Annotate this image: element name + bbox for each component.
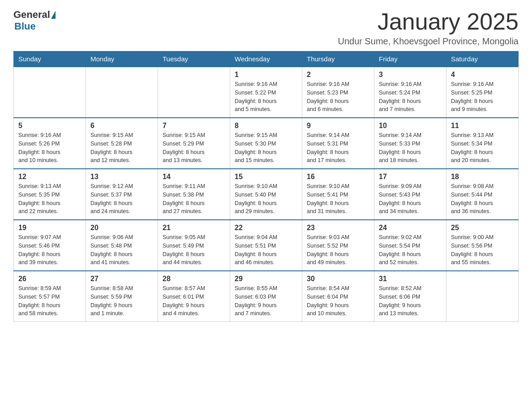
calendar-cell: 2Sunrise: 9:16 AMSunset: 5:23 PMDaylight… bbox=[302, 67, 374, 118]
week-row-4: 26Sunrise: 8:59 AMSunset: 5:57 PMDayligh… bbox=[14, 271, 519, 322]
day-number: 31 bbox=[379, 275, 442, 283]
calendar-cell: 14Sunrise: 9:11 AMSunset: 5:38 PMDayligh… bbox=[158, 169, 230, 220]
month-title: January 2025 bbox=[338, 9, 519, 34]
day-info: Sunrise: 8:55 AMSunset: 6:03 PMDaylight:… bbox=[235, 284, 297, 318]
day-number: 29 bbox=[235, 275, 297, 283]
calendar-cell: 19Sunrise: 9:07 AMSunset: 5:46 PMDayligh… bbox=[14, 220, 86, 271]
calendar-cell: 6Sunrise: 9:15 AMSunset: 5:28 PMDaylight… bbox=[86, 118, 158, 169]
day-number: 10 bbox=[379, 122, 442, 130]
calendar-cell bbox=[158, 67, 230, 118]
day-info: Sunrise: 9:15 AMSunset: 5:28 PMDaylight:… bbox=[90, 131, 153, 165]
logo-general-text: General bbox=[13, 9, 50, 21]
day-info: Sunrise: 9:00 AMSunset: 5:56 PMDaylight:… bbox=[451, 233, 514, 267]
day-info: Sunrise: 8:52 AMSunset: 6:06 PMDaylight:… bbox=[379, 284, 442, 318]
calendar-cell bbox=[446, 271, 519, 322]
day-info: Sunrise: 9:08 AMSunset: 5:44 PMDaylight:… bbox=[451, 182, 514, 216]
calendar-header-tuesday: Tuesday bbox=[158, 51, 230, 67]
week-row-1: 5Sunrise: 9:16 AMSunset: 5:26 PMDaylight… bbox=[14, 118, 519, 169]
calendar-cell: 4Sunrise: 9:16 AMSunset: 5:25 PMDaylight… bbox=[446, 67, 519, 118]
calendar-cell: 25Sunrise: 9:00 AMSunset: 5:56 PMDayligh… bbox=[446, 220, 519, 271]
day-info: Sunrise: 9:16 AMSunset: 5:24 PMDaylight:… bbox=[379, 80, 442, 114]
calendar-header-row: SundayMondayTuesdayWednesdayThursdayFrid… bbox=[14, 51, 519, 67]
calendar-cell: 13Sunrise: 9:12 AMSunset: 5:37 PMDayligh… bbox=[86, 169, 158, 220]
day-info: Sunrise: 9:05 AMSunset: 5:49 PMDaylight:… bbox=[163, 233, 225, 267]
day-number: 23 bbox=[307, 224, 369, 232]
calendar-cell: 22Sunrise: 9:04 AMSunset: 5:51 PMDayligh… bbox=[230, 220, 302, 271]
calendar-cell: 1Sunrise: 9:16 AMSunset: 5:22 PMDaylight… bbox=[230, 67, 302, 118]
day-number: 8 bbox=[235, 122, 297, 130]
calendar-header-wednesday: Wednesday bbox=[230, 51, 302, 67]
day-number: 11 bbox=[451, 122, 514, 130]
logo: General Blue bbox=[13, 9, 56, 32]
calendar-cell: 15Sunrise: 9:10 AMSunset: 5:40 PMDayligh… bbox=[230, 169, 302, 220]
day-number: 6 bbox=[90, 122, 153, 130]
calendar-cell: 26Sunrise: 8:59 AMSunset: 5:57 PMDayligh… bbox=[14, 271, 86, 322]
week-row-3: 19Sunrise: 9:07 AMSunset: 5:46 PMDayligh… bbox=[14, 220, 519, 271]
day-info: Sunrise: 8:54 AMSunset: 6:04 PMDaylight:… bbox=[307, 284, 369, 318]
calendar-cell bbox=[14, 67, 86, 118]
day-info: Sunrise: 9:13 AMSunset: 5:34 PMDaylight:… bbox=[451, 131, 514, 165]
day-info: Sunrise: 9:09 AMSunset: 5:43 PMDaylight:… bbox=[379, 182, 442, 216]
calendar-cell: 28Sunrise: 8:57 AMSunset: 6:01 PMDayligh… bbox=[158, 271, 230, 322]
calendar-header-thursday: Thursday bbox=[302, 51, 374, 67]
week-row-2: 12Sunrise: 9:13 AMSunset: 5:35 PMDayligh… bbox=[14, 169, 519, 220]
day-number: 20 bbox=[90, 224, 153, 232]
day-number: 19 bbox=[18, 224, 81, 232]
day-number: 17 bbox=[379, 173, 442, 181]
day-number: 4 bbox=[451, 71, 514, 79]
day-info: Sunrise: 9:02 AMSunset: 5:54 PMDaylight:… bbox=[379, 233, 442, 267]
calendar-cell: 30Sunrise: 8:54 AMSunset: 6:04 PMDayligh… bbox=[302, 271, 374, 322]
day-info: Sunrise: 8:58 AMSunset: 5:59 PMDaylight:… bbox=[90, 284, 153, 318]
calendar-cell: 3Sunrise: 9:16 AMSunset: 5:24 PMDaylight… bbox=[374, 67, 446, 118]
day-number: 1 bbox=[235, 71, 297, 79]
calendar-header-sunday: Sunday bbox=[14, 51, 86, 67]
week-row-0: 1Sunrise: 9:16 AMSunset: 5:22 PMDaylight… bbox=[14, 67, 519, 118]
day-info: Sunrise: 9:14 AMSunset: 5:33 PMDaylight:… bbox=[379, 131, 442, 165]
calendar-header-friday: Friday bbox=[374, 51, 446, 67]
day-info: Sunrise: 9:16 AMSunset: 5:22 PMDaylight:… bbox=[235, 80, 297, 114]
day-info: Sunrise: 9:04 AMSunset: 5:51 PMDaylight:… bbox=[235, 233, 297, 267]
day-info: Sunrise: 8:59 AMSunset: 5:57 PMDaylight:… bbox=[18, 284, 81, 318]
calendar-cell: 24Sunrise: 9:02 AMSunset: 5:54 PMDayligh… bbox=[374, 220, 446, 271]
calendar-cell: 20Sunrise: 9:06 AMSunset: 5:48 PMDayligh… bbox=[86, 220, 158, 271]
title-section: January 2025 Undur Sume, Khoevsgoel Prov… bbox=[338, 9, 519, 47]
day-number: 28 bbox=[163, 275, 225, 283]
calendar-cell: 27Sunrise: 8:58 AMSunset: 5:59 PMDayligh… bbox=[86, 271, 158, 322]
day-number: 16 bbox=[307, 173, 369, 181]
calendar-cell: 29Sunrise: 8:55 AMSunset: 6:03 PMDayligh… bbox=[230, 271, 302, 322]
calendar-cell: 8Sunrise: 9:15 AMSunset: 5:30 PMDaylight… bbox=[230, 118, 302, 169]
day-info: Sunrise: 9:16 AMSunset: 5:25 PMDaylight:… bbox=[451, 80, 514, 114]
day-number: 26 bbox=[18, 275, 81, 283]
day-info: Sunrise: 9:15 AMSunset: 5:30 PMDaylight:… bbox=[235, 131, 297, 165]
day-info: Sunrise: 9:06 AMSunset: 5:48 PMDaylight:… bbox=[90, 233, 153, 267]
calendar-table: SundayMondayTuesdayWednesdayThursdayFrid… bbox=[13, 51, 519, 322]
day-number: 13 bbox=[90, 173, 153, 181]
calendar-cell: 31Sunrise: 8:52 AMSunset: 6:06 PMDayligh… bbox=[374, 271, 446, 322]
day-info: Sunrise: 9:12 AMSunset: 5:37 PMDaylight:… bbox=[90, 182, 153, 216]
calendar-header-monday: Monday bbox=[86, 51, 158, 67]
day-info: Sunrise: 9:07 AMSunset: 5:46 PMDaylight:… bbox=[18, 233, 81, 267]
day-info: Sunrise: 9:11 AMSunset: 5:38 PMDaylight:… bbox=[163, 182, 225, 216]
day-number: 25 bbox=[451, 224, 514, 232]
day-number: 24 bbox=[379, 224, 442, 232]
day-info: Sunrise: 9:10 AMSunset: 5:40 PMDaylight:… bbox=[235, 182, 297, 216]
day-number: 2 bbox=[307, 71, 369, 79]
day-number: 27 bbox=[90, 275, 153, 283]
page-header: General Blue January 2025 Undur Sume, Kh… bbox=[13, 9, 519, 47]
day-number: 30 bbox=[307, 275, 369, 283]
day-info: Sunrise: 9:03 AMSunset: 5:52 PMDaylight:… bbox=[307, 233, 369, 267]
calendar-cell: 17Sunrise: 9:09 AMSunset: 5:43 PMDayligh… bbox=[374, 169, 446, 220]
day-info: Sunrise: 9:16 AMSunset: 5:23 PMDaylight:… bbox=[307, 80, 369, 114]
calendar-cell: 5Sunrise: 9:16 AMSunset: 5:26 PMDaylight… bbox=[14, 118, 86, 169]
day-number: 15 bbox=[235, 173, 297, 181]
day-number: 21 bbox=[163, 224, 225, 232]
calendar-cell: 12Sunrise: 9:13 AMSunset: 5:35 PMDayligh… bbox=[14, 169, 86, 220]
location-text: Undur Sume, Khoevsgoel Province, Mongoli… bbox=[338, 36, 519, 47]
day-info: Sunrise: 9:15 AMSunset: 5:29 PMDaylight:… bbox=[163, 131, 225, 165]
day-number: 3 bbox=[379, 71, 442, 79]
day-number: 12 bbox=[18, 173, 81, 181]
calendar-cell: 7Sunrise: 9:15 AMSunset: 5:29 PMDaylight… bbox=[158, 118, 230, 169]
calendar-cell: 16Sunrise: 9:10 AMSunset: 5:41 PMDayligh… bbox=[302, 169, 374, 220]
day-number: 5 bbox=[18, 122, 81, 130]
day-info: Sunrise: 9:16 AMSunset: 5:26 PMDaylight:… bbox=[18, 131, 81, 165]
